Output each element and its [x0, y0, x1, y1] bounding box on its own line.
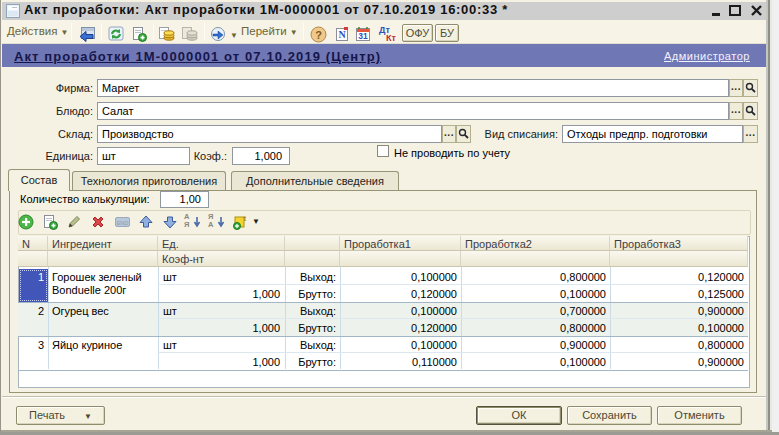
svg-text:N: N: [338, 29, 346, 40]
svg-text:?: ?: [315, 29, 322, 41]
svg-text:31: 31: [358, 31, 368, 41]
svg-text:t: t: [244, 215, 246, 222]
svg-text:END: END: [117, 220, 129, 226]
